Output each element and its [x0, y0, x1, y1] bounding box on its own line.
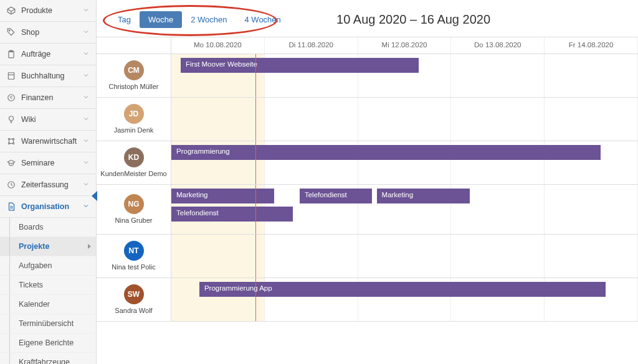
sidebar-item-label: Wiki	[21, 115, 82, 124]
svg-line-24	[11, 185, 12, 185]
sidebar-item-shop[interactable]: Shop	[0, 22, 96, 44]
sidebar-subitem-boards[interactable]: Boards	[0, 218, 96, 237]
sidebar-item-label: Finanzen	[21, 93, 82, 102]
svg-rect-7	[8, 73, 14, 80]
sidebar-item-wiki[interactable]: Wiki	[0, 109, 96, 131]
sidebar-item-aufträge[interactable]: Aufträge	[0, 44, 96, 65]
sidebar-subitem-eigene berichte[interactable]: Eigene Berichte	[0, 334, 96, 353]
chevron-down-icon	[82, 180, 90, 190]
sidebar-subitem-aufgaben[interactable]: Aufgaben	[0, 256, 96, 276]
sidebar-item-seminare[interactable]: Seminare	[0, 152, 96, 174]
sidebar-subitem-kraftfahrzeuge[interactable]: Kraftfahrzeuge	[0, 353, 96, 364]
person-cell: NGNina Gruber	[97, 185, 171, 234]
tag-icon	[6, 27, 16, 37]
timeline-lane	[171, 235, 638, 278]
person-name: Jasmin Denk	[114, 126, 154, 134]
task-bar[interactable]: First Moover Webseite	[181, 58, 419, 73]
timeline-row: NGNina GruberMarketingTelefondienstMarke…	[97, 185, 638, 235]
timeline-lane: Programmierung App	[171, 278, 638, 321]
person-cell: KDKundenMeister Demo	[97, 141, 171, 184]
chevron-down-icon	[82, 115, 90, 124]
sidebar-item-produkte[interactable]: Produkte	[0, 0, 96, 22]
svg-line-2	[11, 9, 15, 12]
sidebar-item-label: Buchhaltung	[21, 72, 82, 80]
person-cell: SWSandra Wolf	[97, 278, 171, 321]
sidebar-item-finanzen[interactable]: €Finanzen	[0, 87, 96, 109]
sidebar-subitem-terminübersicht[interactable]: Terminübersicht	[0, 314, 96, 334]
day-header: Mi 12.08.2020	[358, 37, 452, 54]
timeline-lane: Programmierung	[171, 141, 638, 184]
day-header: Do 13.08.2020	[451, 37, 545, 54]
boxes-icon	[6, 136, 16, 146]
timeline-lane: MarketingTelefondienstMarketingTelefondi…	[171, 185, 638, 234]
doc-icon	[6, 202, 16, 212]
person-cell: JDJasmin Denk	[97, 98, 171, 141]
task-bar[interactable]: Marketing	[171, 189, 274, 203]
grad-icon	[6, 158, 16, 168]
svg-point-16	[8, 142, 9, 144]
view-tab-4-wochen[interactable]: 4 Wochen	[236, 11, 290, 28]
task-bar[interactable]: Programmierung App	[199, 282, 606, 297]
svg-text:€: €	[10, 95, 12, 100]
chevron-down-icon	[82, 93, 90, 103]
bulb-icon	[6, 114, 16, 124]
clipboard-icon	[6, 49, 16, 59]
sidebar-item-zeiterfassung[interactable]: Zeiterfassung	[0, 174, 96, 196]
calc-icon	[6, 71, 16, 81]
task-bar[interactable]: Marketing	[377, 189, 470, 203]
timeline-row: CMChristoph MüllerFirst Moover Webseite	[97, 54, 638, 98]
view-tab-2-wochen[interactable]: 2 Wochen	[182, 11, 236, 28]
day-header: Mo 10.08.2020	[171, 37, 265, 54]
toolbar: TagWoche2 Wochen4 Wochen 10 Aug 2020 – 1…	[97, 0, 638, 37]
task-bar[interactable]: Programmierung	[171, 145, 601, 160]
chevron-down-icon	[82, 72, 90, 81]
sidebar-item-buchhaltung[interactable]: Buchhaltung	[0, 65, 96, 87]
sidebar-subitem-projekte[interactable]: Projekte	[0, 237, 96, 256]
person-cell: CMChristoph Müller	[97, 54, 171, 97]
avatar: CM	[124, 60, 144, 80]
sidebar-subitem-kalender[interactable]: Kalender	[0, 295, 96, 314]
person-name: Nina test Polic	[112, 263, 155, 271]
sidebar-item-label: Warenwirtschaft	[21, 137, 82, 146]
sidebar-item-label: Organisation	[21, 202, 82, 211]
sidebar-collapse-arrow[interactable]	[92, 191, 97, 201]
task-bar[interactable]: Telefondienst	[171, 207, 293, 222]
chevron-down-icon	[82, 28, 90, 37]
avatar: JD	[124, 104, 144, 124]
now-indicator	[255, 278, 257, 321]
task-bar[interactable]: Telefondienst	[300, 189, 372, 203]
timeline-row: KDKundenMeister DemoProgrammierung	[97, 141, 638, 185]
sidebar-item-warenwirtschaft[interactable]: Warenwirtschaft	[0, 131, 96, 152]
person-name: Nina Gruber	[115, 217, 153, 225]
view-tab-woche[interactable]: Woche	[140, 11, 182, 28]
now-indicator	[255, 98, 257, 141]
svg-point-11	[9, 116, 14, 121]
day-header: Fr 14.08.2020	[545, 37, 638, 54]
grid-header: Mo 10.08.2020Di 11.08.2020Mi 12.08.2020D…	[97, 37, 638, 54]
now-indicator	[255, 141, 257, 184]
view-tab-tag[interactable]: Tag	[109, 11, 140, 28]
now-indicator	[255, 185, 257, 234]
sidebar-item-label: Seminare	[21, 159, 82, 167]
package-icon	[6, 6, 16, 16]
avatar: SW	[124, 284, 144, 304]
person-name: Sandra Wolf	[115, 307, 152, 315]
person-name: Christoph Müller	[108, 83, 158, 91]
timeline-row: NTNina test Polic	[97, 235, 638, 278]
main-content: TagWoche2 Wochen4 Wochen 10 Aug 2020 – 1…	[97, 0, 638, 364]
chevron-down-icon	[82, 159, 90, 168]
timeline-grid: Mo 10.08.2020Di 11.08.2020Mi 12.08.2020D…	[97, 37, 638, 364]
sidebar-item-organisation[interactable]: Organisation	[0, 196, 96, 218]
svg-point-4	[9, 30, 10, 31]
avatar: NG	[124, 194, 144, 214]
svg-line-1	[7, 9, 11, 12]
chevron-down-icon	[82, 202, 90, 212]
now-indicator	[255, 54, 257, 97]
sidebar-item-label: Aufträge	[21, 50, 82, 58]
chevron-down-icon	[82, 137, 90, 146]
avatar: KD	[124, 147, 144, 167]
sidebar-subitem-tickets[interactable]: Tickets	[0, 276, 96, 295]
chevron-down-icon	[82, 6, 90, 16]
now-indicator	[255, 235, 257, 278]
sidebar-item-label: Shop	[21, 28, 82, 37]
